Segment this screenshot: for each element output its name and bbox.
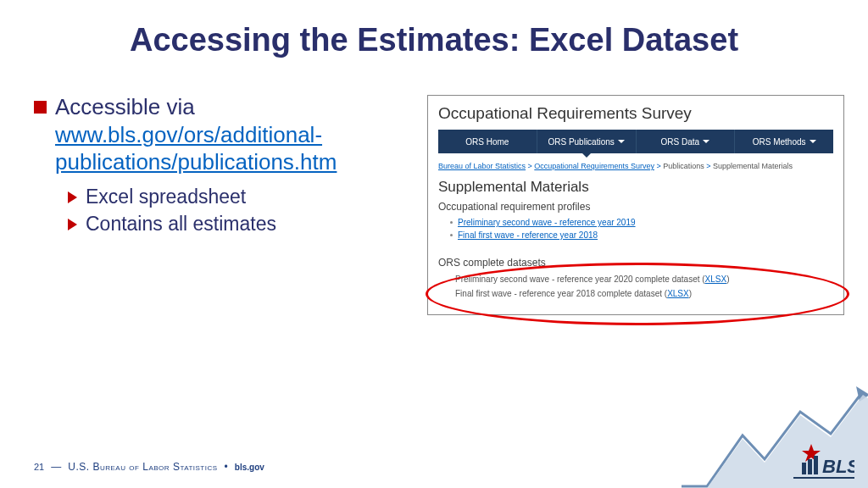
profiles-section-label: Occupational requirement profiles [438, 201, 833, 213]
chevron-down-icon [703, 140, 709, 143]
triangle-bullet-icon [68, 219, 77, 230]
dataset-text: Preliminary second wave - reference year… [455, 274, 699, 284]
sub-bullet-label: Excel spreadsheet [86, 185, 246, 209]
footer-dash: — [51, 461, 61, 473]
slide-footer: 21 — U.S. Bureau of Labor Statistics • b… [34, 461, 264, 473]
nav-ors-home[interactable]: ORS Home [438, 130, 537, 153]
svg-rect-4 [808, 459, 812, 474]
chevron-down-icon [618, 140, 625, 143]
dataset-xlsx-link[interactable]: XLSX [667, 289, 689, 298]
crumb-supplemental: Supplemental Materials [713, 162, 793, 170]
active-tab-caret-icon [582, 153, 591, 158]
dataset-row-2018: Final first wave - reference year 2018 c… [450, 286, 833, 301]
sub-bullet-label: Contains all estimates [86, 212, 276, 236]
webpage-screenshot: Occupational Requirements Survey ORS Hom… [427, 95, 844, 315]
svg-text:BLS: BLS [822, 456, 854, 477]
left-column: Accessible via www.bls.gov/ors/additiona… [34, 93, 390, 240]
screenshot-navbar: ORS Home ORS Publications ORS Data ORS M… [438, 130, 833, 153]
nav-ors-methods[interactable]: ORS Methods [735, 130, 833, 153]
bullet-lead-text: Accessible via [55, 94, 195, 119]
dot-bullet-icon [450, 221, 453, 224]
svg-rect-3 [802, 463, 806, 474]
sub-bullet-estimates: Contains all estimates [68, 212, 390, 236]
bullet-accessible-via: Accessible via www.bls.gov/ors/additiona… [34, 93, 390, 176]
breadcrumb: Bureau of Labor Statistics > Occupationa… [438, 162, 833, 170]
crumb-bls[interactable]: Bureau of Labor Statistics [438, 162, 526, 170]
ors-publications-link[interactable]: www.bls.gov/ors/additional-publications/… [55, 122, 337, 175]
slide-title: Accessing the Estimates: Excel Dataset [0, 22, 868, 58]
dataset-text: Final first wave - reference year 2018 c… [455, 289, 662, 298]
chevron-down-icon [810, 140, 816, 143]
footer-site: bls.gov [235, 463, 264, 472]
crumb-ors[interactable]: Occupational Requirements Survey [534, 162, 654, 170]
bls-logo: BLS [793, 442, 854, 483]
datasets-section-label: ORS complete datasets [438, 257, 833, 269]
profile-link-2018[interactable]: Final first wave - reference year 2018 [450, 229, 833, 241]
nav-ors-data[interactable]: ORS Data [637, 130, 736, 153]
sub-bullet-excel: Excel spreadsheet [68, 185, 390, 209]
profile-link-2019[interactable]: Preliminary second wave - reference year… [450, 216, 833, 229]
square-bullet-icon [34, 101, 47, 114]
triangle-bullet-icon [68, 191, 77, 203]
footer-org: U.S. Bureau of Labor Statistics [68, 461, 217, 473]
screenshot-heading: Occupational Requirements Survey [438, 104, 833, 123]
page-number: 21 [34, 462, 44, 472]
crumb-publications: Publications [663, 162, 704, 170]
nav-ors-publications[interactable]: ORS Publications [537, 130, 637, 153]
dataset-row-2020: Preliminary second wave - reference year… [450, 272, 833, 286]
dot-bullet-icon [450, 234, 453, 236]
svg-rect-5 [814, 456, 818, 474]
dataset-xlsx-link[interactable]: XLSX [705, 274, 727, 284]
footer-separator: • [225, 461, 228, 473]
screenshot-subheading: Supplemental Materials [438, 179, 833, 196]
